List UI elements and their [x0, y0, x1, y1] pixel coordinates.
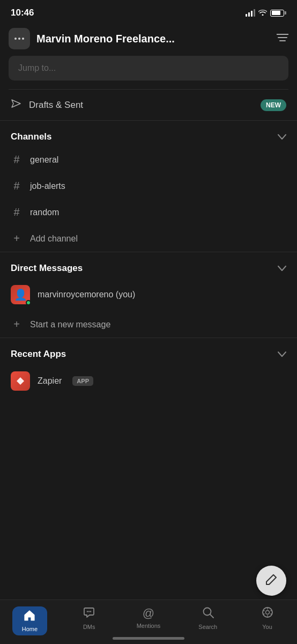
drafts-left: Drafts & Sent: [11, 98, 83, 112]
battery-icon: [270, 10, 286, 17]
svg-line-8: [210, 614, 213, 618]
home-indicator: [113, 637, 184, 640]
drafts-label: Drafts & Sent: [29, 100, 83, 111]
start-dm-icon: +: [11, 318, 23, 331]
workspace-title: Marvin Moreno Freelance...: [36, 33, 270, 45]
hash-icon: #: [11, 206, 23, 218]
start-dm-label: Start a new message: [30, 320, 110, 330]
dm-avatar-person-icon: 👤: [14, 288, 27, 301]
header: Marvin Moreno Freelance...: [0, 24, 297, 56]
menu-dots-icon: [14, 38, 24, 40]
status-icons: [246, 9, 286, 17]
dm-header[interactable]: Direct Messages: [0, 252, 297, 278]
dm-title: Direct Messages: [11, 263, 83, 274]
svg-point-13: [270, 613, 271, 614]
nav-mentions-label: Mentions: [137, 623, 161, 629]
zapier-name: Zapier: [38, 376, 62, 386]
svg-point-14: [267, 616, 268, 617]
nav-you[interactable]: You: [237, 604, 297, 632]
svg-point-5: [88, 611, 90, 612]
svg-point-15: [263, 613, 264, 614]
new-badge: NEW: [261, 99, 286, 111]
dm-avatar: 👤: [11, 285, 30, 304]
channel-name: general: [30, 155, 58, 165]
nav-search[interactable]: Search: [178, 604, 237, 632]
nav-dms[interactable]: DMs: [60, 604, 119, 632]
zapier-app-row[interactable]: Zapier APP: [0, 364, 297, 398]
channel-random[interactable]: # random: [0, 199, 297, 225]
zapier-badge: APP: [72, 376, 93, 386]
nav-mentions[interactable]: @ Mentions: [119, 604, 179, 631]
search-icon: [202, 606, 214, 621]
status-time: 10:46: [11, 8, 34, 18]
menu-button[interactable]: [9, 28, 30, 49]
jump-to-container: [0, 56, 297, 89]
home-icon: [24, 610, 35, 625]
drafts-icon: [11, 98, 21, 112]
add-channel-row[interactable]: + Add channel: [0, 225, 297, 252]
dm-chevron-icon: [278, 264, 286, 273]
svg-marker-3: [12, 100, 20, 107]
channels-header[interactable]: Channels: [0, 121, 297, 147]
channel-name: job-alerts: [30, 181, 65, 191]
add-channel-label: Add channel: [30, 234, 78, 244]
svg-point-16: [263, 610, 264, 611]
nav-home[interactable]: Home: [0, 604, 60, 638]
hash-icon: #: [11, 180, 23, 192]
mentions-icon: @: [143, 606, 154, 620]
svg-point-10: [265, 611, 269, 614]
you-icon: [262, 606, 273, 621]
svg-point-12: [270, 610, 271, 611]
dm-name: marvinroycemoreno (you): [38, 290, 135, 299]
start-new-dm-row[interactable]: + Start a new message: [0, 311, 297, 338]
svg-point-4: [87, 611, 88, 612]
signal-icon: [246, 9, 255, 17]
channel-job-alerts[interactable]: # job-alerts: [0, 173, 297, 199]
dm-self[interactable]: 👤 marvinroycemoreno (you): [0, 278, 297, 311]
apps-header[interactable]: Recent Apps: [0, 338, 297, 364]
nav-search-label: Search: [198, 624, 217, 630]
dms-icon: [83, 606, 95, 621]
bottom-nav: Home DMs @ Mentions Search: [0, 599, 297, 644]
apps-title: Recent Apps: [11, 349, 66, 360]
channels-chevron-icon: [278, 132, 286, 142]
nav-dms-label: DMs: [83, 624, 95, 630]
channel-name: random: [30, 208, 59, 217]
filter-icon[interactable]: [277, 33, 288, 45]
nav-you-label: You: [262, 624, 272, 630]
compose-fab[interactable]: [256, 566, 286, 596]
channels-title: Channels: [11, 131, 52, 142]
jump-to-input[interactable]: [9, 56, 288, 80]
svg-point-6: [90, 611, 91, 612]
wifi-icon: [258, 9, 267, 17]
drafts-row[interactable]: Drafts & Sent NEW: [0, 90, 297, 120]
channel-general[interactable]: # general: [0, 147, 297, 173]
compose-icon: [265, 574, 277, 588]
zapier-icon: [11, 371, 30, 391]
nav-home-label: Home: [22, 626, 38, 632]
status-bar: 10:46: [0, 0, 297, 24]
svg-point-11: [267, 609, 268, 610]
apps-chevron-icon: [278, 349, 286, 359]
dm-online-indicator: [26, 300, 31, 305]
add-channel-icon: +: [11, 232, 23, 245]
hash-icon: #: [11, 153, 23, 166]
